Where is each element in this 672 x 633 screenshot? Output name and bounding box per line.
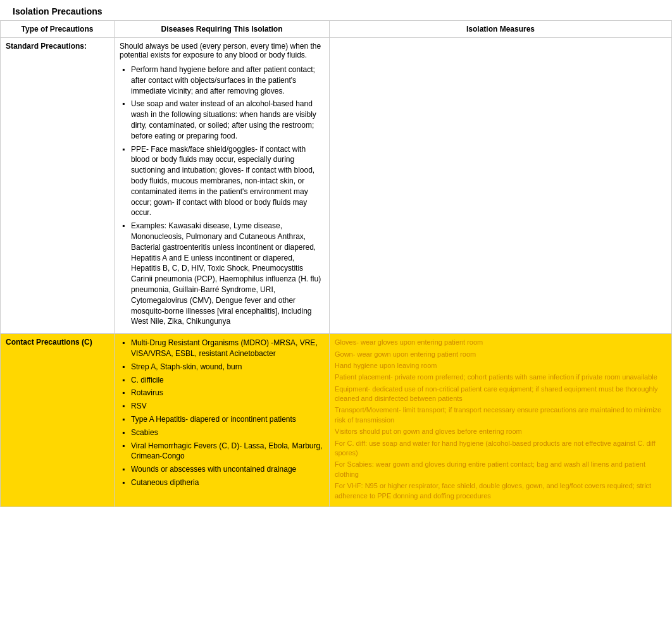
page-title: Isolation Precautions [0,0,672,20]
measure-line-8: For C. diff: use soap and water for hand… [335,439,666,458]
contact-disease-5: RSV [120,401,324,412]
contact-type-cell: Contact Precautions (C) [1,334,115,507]
main-table: Type of Precautions Diseases Requiring T… [0,20,672,507]
contact-measures-cell: Gloves- wear gloves upon entering patien… [330,334,672,507]
contact-disease-6: Type A Hepatitis- diapered or incontinen… [120,414,324,425]
header-measures: Isolation Measures [330,21,672,38]
standard-type-cell: Standard Precautions: [1,38,115,334]
contact-disease-9: Wounds or abscesses with uncontained dra… [120,464,324,475]
contact-label: Contact Precautions (C) [6,338,92,347]
page-wrapper: Isolation Precautions Type of Precaution… [0,0,672,507]
measure-line-1: Gloves- wear gloves upon entering patien… [335,338,666,347]
standard-bullets-list: Perform hand hygiene before and after pa… [120,65,324,327]
measure-line-7: Visitors should put on gown and gloves b… [335,427,666,436]
contact-disease-2: Strep A, Staph-skin, wound, burn [120,362,324,372]
contact-disease-1: Multi-Drug Resistant Organisms (MDRO) -M… [120,338,324,359]
contact-diseases-list: Multi-Drug Resistant Organisms (MDRO) -M… [120,338,324,488]
standard-bullet-3: PPE- Face mask/face shield/goggles- if c… [120,144,324,219]
contact-disease-7: Scabies [120,427,324,438]
measure-line-9: For Scabies: wear gown and gloves during… [335,460,666,479]
measure-line-3: Hand hygiene upon leaving room [335,361,666,371]
standard-measures-cell [330,38,672,334]
standard-intro: Should always be used (every person, eve… [120,42,324,59]
standard-bullet-2: Use soap and water instead of an alcohol… [120,99,324,141]
standard-label: Standard Precautions: [6,42,87,51]
standard-precautions-row: Standard Precautions: Should always be u… [1,38,672,334]
contact-disease-10: Cutaneous diptheria [120,477,324,488]
measure-line-2: Gown- wear gown upon entering patient ro… [335,350,666,359]
header-type: Type of Precautions [1,21,115,38]
contact-disease-8: Viral Hemorrhagic Fevers (C, D)- Lassa, … [120,441,324,462]
contact-precautions-row: Contact Precautions (C) Multi-Drug Resis… [1,334,672,507]
contact-disease-4: Rotavirus [120,388,324,398]
standard-diseases-cell: Should always be used (every person, eve… [115,38,330,334]
header-diseases: Diseases Requiring This Isolation [115,21,330,38]
contact-measures-content: Gloves- wear gloves upon entering patien… [335,338,666,501]
standard-bullet-4: Examples: Kawasaki disease, Lyme disease… [120,221,324,327]
measure-line-10: For VHF: N95 or higher respirator, face … [335,481,666,501]
standard-bullet-1: Perform hand hygiene before and after pa… [120,65,324,96]
measure-line-5: Equipment- dedicated use of non-critical… [335,384,666,404]
contact-diseases-cell: Multi-Drug Resistant Organisms (MDRO) -M… [115,334,330,507]
measure-line-4: Patient placement- private room preferre… [335,372,666,382]
contact-disease-3: C. difficile [120,375,324,386]
measure-line-6: Transport/Movement- limit transport; if … [335,405,666,425]
